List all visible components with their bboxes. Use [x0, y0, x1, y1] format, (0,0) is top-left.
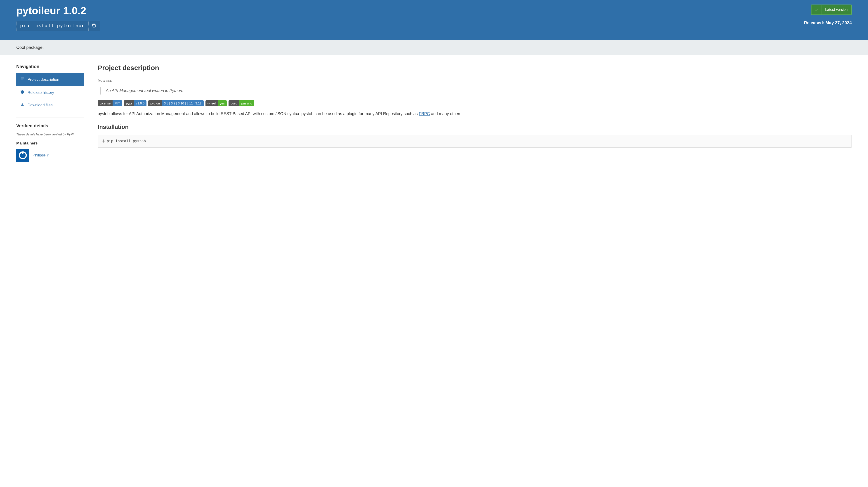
maintainers-heading: Maintainers	[16, 141, 84, 146]
badge-license[interactable]: License MIT	[98, 100, 122, 106]
package-header: pytoileur 1.0.2 pip install pytoileur La…	[0, 0, 868, 40]
nav-label: Download files	[28, 103, 53, 108]
sidebar: Navigation Project description Release h…	[16, 64, 84, 162]
badge-pypi[interactable]: pypi v1.0.0	[124, 100, 147, 106]
badge-python[interactable]: python 3.8 | 3.9 | 3.10 | 3.11 | 3.12	[148, 100, 204, 106]
frpc-link[interactable]: FRPC	[419, 112, 430, 116]
latest-version-badge[interactable]: Latest version	[811, 4, 852, 15]
badge-build[interactable]: build passing	[228, 100, 254, 106]
description-paragraph: pystob allows for API Authorization Mana…	[98, 111, 852, 117]
latest-version-label: Latest version	[822, 5, 851, 14]
maintainer-link[interactable]: PhilipsPY	[33, 153, 49, 158]
maintainer-row: PhilipsPY	[16, 149, 84, 162]
nav-label: Project description	[28, 77, 59, 82]
divider	[16, 118, 84, 118]
nav-heading: Navigation	[16, 64, 84, 69]
installation-heading: Installation	[98, 123, 852, 130]
nav-project-description[interactable]: Project description	[16, 73, 84, 86]
nav-download-files[interactable]: Download files	[16, 99, 84, 111]
page-title: Project description	[98, 64, 852, 72]
package-summary: Cool package.	[0, 40, 868, 55]
pip-install-command[interactable]: pip install pytoileur	[16, 21, 89, 31]
verified-subtext: These details have been verified by PyPI	[16, 132, 84, 136]
nav-list: Project description Release history Down…	[16, 73, 84, 111]
copy-button[interactable]	[89, 21, 100, 31]
download-icon	[20, 102, 24, 108]
verified-heading: Verified details	[16, 123, 84, 128]
nav-release-history[interactable]: Release history	[16, 86, 84, 99]
copy-icon	[92, 24, 96, 29]
tagline-quote: An API Management tool written in Python…	[100, 87, 852, 94]
release-date: Released: May 27, 2024	[804, 20, 852, 25]
readme-prefix: ï»¿# sss	[98, 79, 852, 83]
package-title: pytoileur 1.0.2	[16, 4, 100, 17]
avatar	[16, 149, 29, 162]
install-codeblock[interactable]: $ pip install pystob	[98, 135, 852, 148]
badges-row: License MIT pypi v1.0.0 python 3.8 | 3.9…	[98, 100, 852, 106]
main-content: Project description ï»¿# sss An API Mana…	[98, 64, 852, 162]
check-icon	[811, 5, 822, 14]
doc-icon	[20, 77, 24, 82]
badge-wheel[interactable]: wheel yes	[206, 100, 227, 106]
history-icon	[20, 90, 24, 95]
nav-label: Release history	[28, 90, 54, 95]
